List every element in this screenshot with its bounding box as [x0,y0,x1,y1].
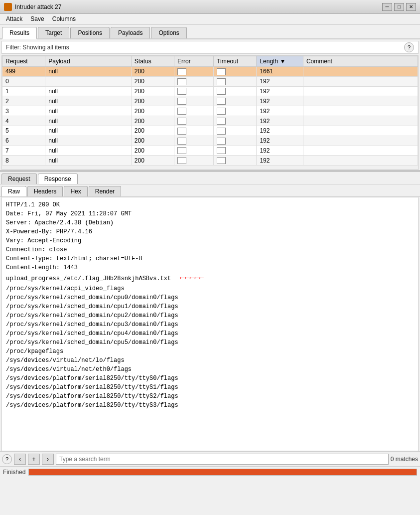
response-line: /sys/devices/platform/serial8250/tty/tty… [6,392,414,401]
tab-results[interactable]: Results [2,27,37,39]
col-header-request[interactable]: Request [2,56,45,67]
response-line: /sys/devices/platform/serial8250/tty/tty… [6,374,414,383]
response-line: Content-Length: 1443 [6,263,414,272]
main-tabs: Results Target Positions Payloads Option… [0,25,420,39]
col-header-timeout[interactable]: Timeout [214,56,257,67]
table-row[interactable]: 2null200192 [2,96,418,106]
response-line: /proc/sys/kernel/acpi_video_flags [6,284,414,293]
status-text: Finished [3,469,25,476]
col-header-payload[interactable]: Payload [45,56,132,67]
red-arrow-icon: ←←←←← [175,274,204,283]
menu-save[interactable]: Save [26,15,48,23]
response-line: Content-Type: text/html; charset=UTF-8 [6,254,414,263]
response-line: HTTP/1.1 200 OK [6,200,414,209]
title-bar: Intruder attack 27 ─ □ ✕ [0,0,420,14]
menu-columns[interactable]: Columns [48,15,80,23]
response-line: /proc/sys/kernel/sched_domain/cpu4/domai… [6,329,414,338]
response-line: Connection: close [6,245,414,254]
response-line: /proc/sys/kernel/sched_domain/cpu5/domai… [6,338,414,347]
response-line: /proc/sys/kernel/sched_domain/cpu0/domai… [6,293,414,302]
window-title: Intruder attack 27 [15,3,61,10]
col-header-status[interactable]: Status [131,56,174,67]
response-line: /sys/devices/virtual/net/lo/flags [6,356,414,365]
nav-add-button[interactable]: + [28,454,40,465]
table-row[interactable]: 499null2001661 [2,67,418,77]
nav-prev-button[interactable]: ‹ [14,454,26,465]
inner-tab-raw[interactable]: Raw [1,186,26,196]
help-button[interactable]: ? [2,454,12,464]
table-row[interactable]: 8null200192 [2,156,418,166]
status-bar: Finished [0,466,420,477]
sub-tab-response[interactable]: Response [38,173,78,184]
response-line: /sys/devices/platform/serial8250/tty/tty… [6,401,414,410]
menu-attack[interactable]: Attack [2,15,26,23]
response-line: /proc/sys/kernel/sched_domain/cpu2/domai… [6,311,414,320]
app-icon [4,3,12,11]
close-button[interactable]: ✕ [406,3,416,11]
table-row[interactable]: 0200192 [2,76,418,86]
menu-bar: Attack Save Columns [0,14,420,25]
response-line: Server: Apache/2.4.38 (Debian) [6,218,414,227]
response-line: /proc/sys/kernel/sched_domain/cpu1/domai… [6,302,414,311]
window-controls: ─ □ ✕ [382,3,416,11]
results-table: Request Payload Status Error Timeout Len… [2,56,418,166]
table-header-row: Request Payload Status Error Timeout Len… [2,56,418,67]
col-header-comment[interactable]: Comment [303,56,418,67]
response-line: Vary: Accept-Encoding [6,236,414,245]
response-line: /sys/devices/virtual/net/eth0/flags [6,365,414,374]
table-row[interactable]: 3null200192 [2,106,418,116]
response-line: /proc/kpageflags [6,347,414,356]
tab-target[interactable]: Target [38,27,69,38]
results-table-container: Request Payload Status Error Timeout Len… [1,55,419,170]
search-input[interactable] [56,454,389,465]
matches-label: 0 matches [391,456,418,463]
maximize-button[interactable]: □ [394,3,404,11]
filter-help-button[interactable]: ? [404,42,414,52]
progress-bar-container [28,469,417,476]
progress-bar-fill [29,469,417,475]
response-line: upload_progress_/etc/.flag_JHb28snkjhASB… [6,272,414,284]
inner-tabs: Raw Headers Hex Render [0,184,420,197]
response-line: Date: Fri, 07 May 2021 11:28:07 GMT [6,209,414,218]
filter-text: Filter: Showing all items [6,44,69,51]
tab-positions[interactable]: Positions [70,27,110,38]
table-row[interactable]: 5null200192 [2,126,418,136]
response-line: X-Powered-By: PHP/7.4.16 [6,227,414,236]
response-body: HTTP/1.1 200 OKDate: Fri, 07 May 2021 11… [1,197,419,451]
response-line: /proc/sys/kernel/sched_domain/cpu3/domai… [6,320,414,329]
sub-tabs: Request Response [0,172,420,184]
minimize-button[interactable]: ─ [382,3,392,11]
bottom-bar: ? ‹ + › 0 matches [0,451,420,466]
lower-section: Request Response Raw Headers Hex Render … [0,172,420,451]
inner-tab-hex[interactable]: Hex [64,186,87,196]
table-row[interactable]: 7null200192 [2,146,418,156]
nav-next-button[interactable]: › [42,454,54,465]
sub-tab-request[interactable]: Request [1,173,37,184]
table-row[interactable]: 4null200192 [2,116,418,126]
table-row[interactable]: 1null200192 [2,86,418,96]
inner-tab-headers[interactable]: Headers [27,186,63,196]
col-header-error[interactable]: Error [174,56,214,67]
tab-options[interactable]: Options [151,27,186,38]
table-row[interactable]: 6null200192 [2,136,418,146]
response-line: /sys/devices/platform/serial8250/tty/tty… [6,383,414,392]
inner-tab-render[interactable]: Render [89,186,121,196]
col-header-length[interactable]: Length ▼ [257,56,303,67]
tab-payloads[interactable]: Payloads [111,27,150,38]
table-body: 499null200166102001921null2001922null200… [2,67,418,166]
filter-bar: Filter: Showing all items ? [1,41,419,54]
